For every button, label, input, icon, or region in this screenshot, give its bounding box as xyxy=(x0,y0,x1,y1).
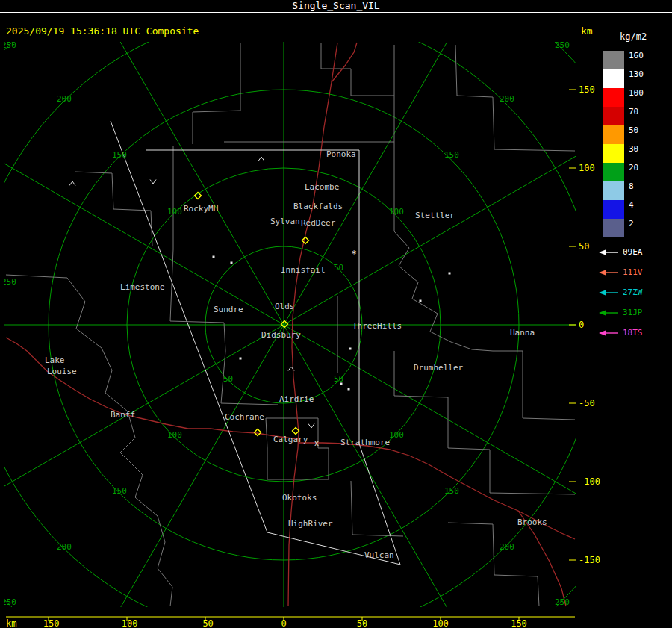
town-marker-caret-down-icon xyxy=(308,424,314,429)
county-boundary xyxy=(170,321,225,403)
town-marker-dot xyxy=(420,300,422,302)
city-label: Cochrane xyxy=(225,412,264,422)
city-label: Innisfail xyxy=(281,265,326,275)
right-axis-label: -100 xyxy=(579,476,600,487)
bottom-axis-label: -50 xyxy=(197,618,214,628)
radar-site-arrow-icon xyxy=(597,268,620,277)
bottom-axis-label: -150 xyxy=(38,618,60,628)
radar-site-id: 111V xyxy=(623,267,643,277)
town-marker-dot xyxy=(231,262,233,264)
ring-distance-label: 50 xyxy=(223,374,233,384)
city-label: Calgary xyxy=(273,435,308,444)
town-marker-dot xyxy=(240,358,242,360)
county-boundary xyxy=(351,481,403,536)
county-boundary xyxy=(455,45,575,151)
ring-distance-label: 150 xyxy=(444,486,459,496)
ring-distance-label: 250 xyxy=(1,597,16,607)
scale-value-label: 8 xyxy=(629,181,634,191)
ring-distance-label: 100 xyxy=(389,207,404,217)
city-label: Ponoka xyxy=(326,149,356,159)
city-label: HighRiver xyxy=(288,519,333,529)
radar-site-id: 31JP xyxy=(623,308,643,317)
city-diamond-icon xyxy=(302,237,309,244)
town-marker-caret-up-icon xyxy=(258,157,264,161)
scale-color-swatch xyxy=(603,144,624,163)
ring-distance-label: 100 xyxy=(167,430,182,440)
city-label: ThreeHills xyxy=(352,321,402,331)
town-marker-x-icon: x xyxy=(314,439,319,447)
city-label: RedDeer xyxy=(301,218,336,228)
ring-distance-label: 250 xyxy=(555,597,570,607)
city-label: Brooks xyxy=(517,517,547,527)
bottom-axis-label: 100 xyxy=(432,618,449,628)
ring-distance-label: 200 xyxy=(500,542,514,552)
bottom-axis-label: 150 xyxy=(511,618,527,628)
radar-site-id: 09EA xyxy=(623,247,643,257)
bottom-axis-label: 50 xyxy=(357,618,367,628)
scale-value-label: 4 xyxy=(629,200,634,210)
radar-map-display[interactable]: 2502001501001001502002501001502002501001… xyxy=(0,0,672,628)
vil-color-scale: 16013010070503020842 xyxy=(597,51,672,237)
scale-color-swatch xyxy=(603,69,624,88)
county-boundary xyxy=(448,523,539,606)
azimuth-spoke xyxy=(284,325,672,609)
county-boundary xyxy=(75,172,152,246)
right-axis-label: -50 xyxy=(579,398,595,408)
scale-value-label: 30 xyxy=(629,144,638,154)
scale-entry: 160 xyxy=(597,51,672,69)
city-label: Banff xyxy=(111,410,135,420)
radar-site-entry: 27ZW xyxy=(597,282,672,302)
county-boundary xyxy=(266,418,329,479)
city-label: RockyMH xyxy=(184,204,218,214)
scale-entry: 70 xyxy=(597,107,672,125)
city-label: Lacombe xyxy=(305,182,339,192)
city-label: Blackfalds xyxy=(293,202,343,211)
highway xyxy=(332,43,357,82)
city-label: Hanna xyxy=(510,328,535,338)
scale-value-label: 130 xyxy=(629,69,644,79)
legend-unit-label: kg/m2 xyxy=(620,31,672,43)
scale-entry: 130 xyxy=(597,69,672,88)
town-marker-dot xyxy=(349,348,352,350)
town-marker-asterisk-icon: * xyxy=(351,249,356,259)
scale-color-swatch xyxy=(603,51,624,69)
scale-value-label: 50 xyxy=(629,125,638,135)
radar-site-entry: 18TS xyxy=(597,323,672,343)
town-marker-dot xyxy=(449,273,451,275)
ring-distance-label: 50 xyxy=(334,374,343,384)
town-marker-caret-up-icon xyxy=(69,181,75,186)
scale-value-label: 160 xyxy=(629,51,644,60)
ring-distance-label: 100 xyxy=(167,207,182,217)
azimuth-spoke xyxy=(0,0,284,325)
ring-distance-label: 100 xyxy=(389,430,404,440)
county-boundary xyxy=(394,231,493,351)
scale-color-swatch xyxy=(603,163,624,181)
azimuth-spoke xyxy=(284,0,567,325)
scale-entry: 100 xyxy=(597,88,672,107)
radar-coverage-outline xyxy=(359,444,400,565)
city-label: Vulcan xyxy=(364,550,394,560)
scale-value-label: 70 xyxy=(629,107,638,116)
scale-color-swatch xyxy=(603,107,624,125)
range-ring xyxy=(0,0,672,628)
scale-value-label: 100 xyxy=(629,88,644,98)
town-marker-caret-down-icon xyxy=(150,180,156,184)
city-label: Lake xyxy=(45,355,65,365)
town-marker-dot xyxy=(213,256,215,258)
radar-site-arrow-icon xyxy=(597,288,620,297)
ring-distance-label: 50 xyxy=(334,263,343,273)
scale-color-swatch xyxy=(603,200,624,219)
ring-distance-label: 200 xyxy=(57,542,72,552)
radar-site-id: 18TS xyxy=(623,328,643,338)
scale-color-swatch xyxy=(603,88,624,107)
city-label: Limestone xyxy=(120,282,165,292)
right-axis-label: 50 xyxy=(579,241,589,252)
city-label: Didsbury xyxy=(261,330,301,340)
ring-distance-label: 250 xyxy=(555,40,570,50)
scale-color-swatch xyxy=(603,181,624,200)
ring-distance-label: 150 xyxy=(444,150,459,160)
city-diamond-icon xyxy=(255,429,261,436)
bottom-axis-label: 0 xyxy=(281,618,286,628)
scale-entry: 8 xyxy=(597,181,672,200)
radar-site-arrow-icon xyxy=(597,329,620,338)
